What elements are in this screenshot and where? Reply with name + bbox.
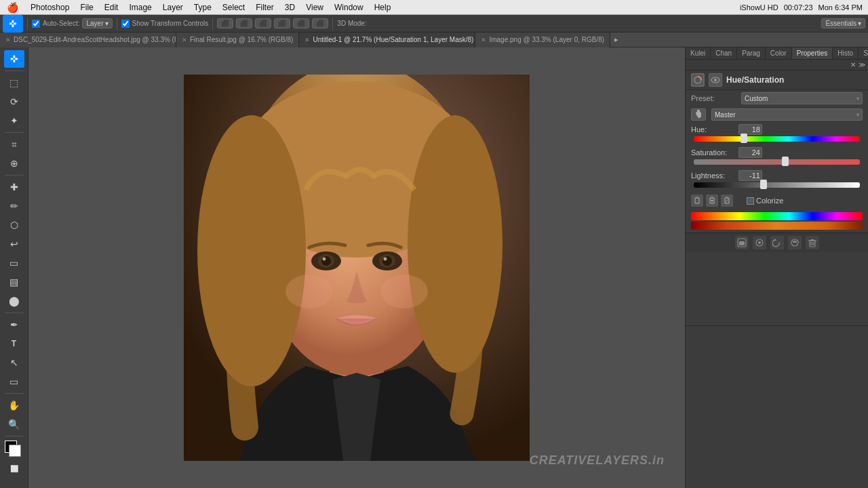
menu-view[interactable]: View <box>300 1 329 14</box>
align-center-btn[interactable]: ⬛ <box>236 18 252 28</box>
align-mid-btn[interactable]: ⬛ <box>293 18 309 28</box>
preset-dropdown[interactable]: Custom ▾ <box>741 92 863 104</box>
gradient-tool[interactable]: ▤ <box>4 273 24 291</box>
clone-stamp-tool[interactable]: ⬡ <box>4 216 24 234</box>
hue-label: Hue: <box>691 125 738 134</box>
tab-overflow-btn[interactable]: ▸ <box>610 35 623 44</box>
show-transform-label: Show Transform Controls <box>132 20 209 27</box>
sat-slider-track[interactable] <box>694 159 860 165</box>
eye-prev-icon <box>755 238 764 247</box>
eyedropper-tool[interactable]: ⊕ <box>4 155 24 172</box>
healing-brush-tool[interactable]: ✚ <box>4 178 24 196</box>
view-previous-state-btn[interactable] <box>753 236 766 249</box>
sample-btn-3[interactable] <box>721 195 733 207</box>
foreground-background-colors[interactable] <box>5 441 24 457</box>
menu-select[interactable]: Select <box>217 1 250 14</box>
hue-slider-track[interactable] <box>694 136 860 142</box>
marquee-tool[interactable]: ⬚ <box>4 74 24 92</box>
menu-layer[interactable]: Layer <box>157 1 189 14</box>
align-top-btn[interactable]: ⬛ <box>274 18 290 28</box>
sample-btn-1[interactable] <box>691 195 703 207</box>
hand-tool[interactable]: ✋ <box>4 396 24 414</box>
svg-point-6 <box>408 115 502 373</box>
brush-tool[interactable]: ✏ <box>4 197 24 215</box>
autoselect-dropdown[interactable]: Layer▾ <box>82 18 112 28</box>
hue-slider-thumb[interactable] <box>741 134 747 143</box>
menu-photoshop[interactable]: Photoshop <box>25 1 75 14</box>
close-tab-3[interactable]: ✕ <box>304 37 310 43</box>
light-slider-thumb[interactable] <box>760 180 767 189</box>
move-tool-icon[interactable]: ✜ <box>3 15 23 33</box>
toggle-layer-visibility-btn[interactable] <box>788 236 802 249</box>
clip-to-layer-btn[interactable] <box>735 236 749 249</box>
close-tab-4[interactable]: ✕ <box>481 37 486 43</box>
panel-tab-chan[interactable]: Chan <box>711 47 737 59</box>
sat-label: Saturation: <box>691 148 738 157</box>
hue-sat-icon-eye[interactable] <box>709 73 722 87</box>
align-right-btn[interactable]: ⬛ <box>255 18 271 28</box>
tab-2[interactable]: ✕ Final Result.jpg @ 16.7% (RGB/8) <box>176 33 299 47</box>
tab-3[interactable]: ✕ Untitled-1 @ 21.7% (Hue/Saturation 1, … <box>299 33 475 47</box>
photo-canvas <box>184 75 530 461</box>
toolbar-separator <box>27 18 28 30</box>
light-value[interactable]: -11 <box>738 170 762 181</box>
dodge-tool[interactable]: ⬤ <box>4 292 24 310</box>
close-tab-1[interactable]: ✕ <box>5 37 11 43</box>
menu-type[interactable]: Type <box>189 1 217 14</box>
channel-dropdown[interactable]: Master ▾ <box>711 108 863 121</box>
panel-tab-parag[interactable]: Parag <box>737 47 766 59</box>
crop-tool[interactable]: ⌗ <box>4 136 24 153</box>
autoselect-label: Auto-Select: <box>43 20 79 27</box>
tab-4[interactable]: ✕ Image.png @ 33.3% (Layer 0, RGB/8) <box>475 33 610 47</box>
channel-value: Master <box>715 111 736 119</box>
close-tab-2[interactable]: ✕ <box>182 37 187 43</box>
sat-slider-thumb[interactable] <box>782 157 789 166</box>
panel-tab-color[interactable]: Color <box>766 47 792 59</box>
colorize-label[interactable]: Colorize <box>747 197 783 205</box>
move-tool[interactable]: ✜ <box>4 50 24 68</box>
panel-close-btn[interactable]: ✕ <box>850 61 856 68</box>
lasso-tool[interactable]: ⟳ <box>4 93 24 110</box>
pen-tool[interactable]: ✒ <box>4 316 24 333</box>
shape-tool[interactable]: ▭ <box>4 373 24 390</box>
panel-tab-kulei[interactable]: Kulei <box>686 47 711 59</box>
svg-rect-26 <box>739 241 745 245</box>
autoselect-checkbox[interactable] <box>32 20 40 28</box>
show-transform-checkbox[interactable] <box>121 20 130 28</box>
text-tool[interactable]: T <box>4 335 24 352</box>
menu-window[interactable]: Window <box>329 1 369 14</box>
reset-icon <box>772 238 782 247</box>
delete-layer-btn[interactable] <box>806 236 819 249</box>
menu-filter[interactable]: Filter <box>250 1 279 14</box>
sample-btn-2[interactable] <box>706 195 718 207</box>
magic-wand-tool[interactable]: ✦ <box>4 112 24 129</box>
reset-btn[interactable] <box>770 236 784 249</box>
align-bot-btn[interactable]: ⬛ <box>312 18 328 28</box>
path-tool[interactable]: ↖ <box>4 354 24 371</box>
panel-tab-properties[interactable]: Properties <box>792 47 833 59</box>
tab-4-label: Image.png @ 33.3% (Layer 0, RGB/8) <box>489 36 604 43</box>
light-slider-track[interactable] <box>694 182 860 188</box>
panel-tab-histo[interactable]: Histo <box>833 47 859 59</box>
quick-mask-mode[interactable]: ⬜ <box>4 460 24 477</box>
essentials-dropdown[interactable]: Essentials▾ <box>821 18 865 28</box>
panel-collapse-btn[interactable]: ≫ <box>859 61 865 68</box>
panel-tab-swatc[interactable]: Swatc <box>859 47 868 59</box>
tab-1[interactable]: ✕ DSC_5029-Edit-AndreaScottHeadshot.jpg … <box>0 33 176 47</box>
eraser-tool[interactable]: ▭ <box>4 254 24 272</box>
preset-value: Custom <box>745 95 768 102</box>
colorize-checkbox[interactable] <box>747 197 754 205</box>
apple-menu[interactable]: 🍎 <box>0 2 25 13</box>
svg-point-14 <box>384 258 387 261</box>
zoom-tool[interactable]: 🔍 <box>4 415 24 433</box>
menu-help[interactable]: Help <box>369 1 397 14</box>
tool-sep-3 <box>5 175 24 176</box>
menu-edit[interactable]: Edit <box>99 1 124 14</box>
align-left-btn[interactable]: ⬛ <box>217 18 233 28</box>
menu-image[interactable]: Image <box>123 1 157 14</box>
menu-file[interactable]: File <box>75 1 98 14</box>
menu-3d[interactable]: 3D <box>279 1 300 14</box>
history-brush-tool[interactable]: ↩ <box>4 235 24 253</box>
sat-value[interactable]: 24 <box>738 147 762 158</box>
hand-sample-btn[interactable] <box>691 108 706 121</box>
